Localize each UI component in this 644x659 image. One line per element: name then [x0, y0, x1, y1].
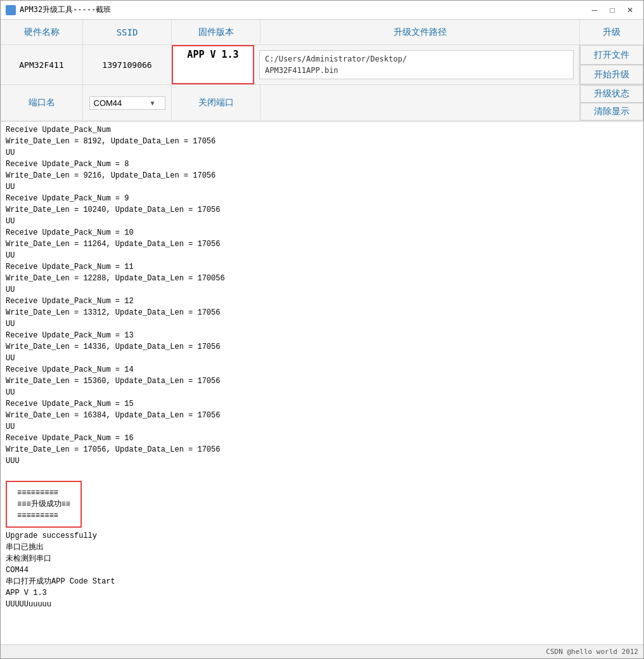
close-port-button[interactable]: 关闭端口 — [172, 85, 260, 121]
log-line: Receive Update_Pack_Num = 11 — [6, 261, 638, 273]
hardware-name-label: 硬件名称 — [24, 27, 60, 38]
filepath-value-cell: C:/Users/Administrator/Desktop/ APM32F41… — [254, 45, 579, 84]
port-select-wrapper[interactable]: COM44 ▼ — [89, 96, 165, 110]
restore-button[interactable]: □ — [604, 4, 621, 16]
window-title: APM32升级工具-----截班 — [20, 4, 586, 15]
log-line: Write_Date_Len = 10240, Update_Data_Len … — [6, 204, 638, 216]
log-line-after: 串口打开成功APP Code Start — [6, 576, 638, 587]
log-line: UU — [6, 181, 638, 193]
dropdown-arrow-icon: ▼ — [151, 100, 155, 107]
app-icon — [6, 5, 16, 15]
log-line: UUU — [6, 455, 638, 467]
toolbar-row-3: 端口名 COM44 ▼ 关闭端口 升级状态 清除显示 — [1, 85, 643, 121]
file-path-display: C:/Users/Administrator/Desktop/ APM32F41… — [259, 50, 574, 79]
log-line: Write_Date_Len = 14336, Update_Data_Len … — [6, 341, 638, 353]
port-label: 端口名 — [29, 97, 55, 108]
upgrade-success-line: ≡≡≡升级成功≡≡ — [17, 499, 70, 510]
port-select[interactable]: COM44 — [94, 98, 151, 108]
log-line: Receive Update_Pack_Num = 12 — [6, 296, 638, 307]
filepath-line2: APM32F411APP.bin — [265, 66, 338, 75]
status-clear-buttons-cell: 升级状态 清除显示 — [580, 85, 643, 121]
window-controls: ─ □ ✕ — [586, 4, 638, 16]
log-line-after: Upgrade successfully — [6, 530, 638, 542]
filepath-label: 升级文件路径 — [394, 27, 447, 38]
log-line: UU — [6, 147, 638, 159]
upgrade-col-label-cell: 升级 — [580, 20, 643, 44]
firmware-value: APP V 1.3 — [187, 49, 238, 60]
log-line: UU — [6, 353, 638, 364]
toolbar-row-2: APM32F411 1397109066 APP V 1.3 C:/Users/… — [1, 45, 643, 85]
firmware-label-cell: 固件版本 — [172, 20, 261, 44]
close-button[interactable]: ✕ — [622, 4, 638, 16]
log-line-after: 未检测到串口 — [6, 553, 638, 564]
log-line-after: 串口已挑出 — [6, 542, 638, 553]
start-upgrade-button[interactable]: 开始升级 — [580, 65, 643, 84]
empty-cell — [261, 85, 580, 121]
log-line: Receive Update_Pack_Num = 16 — [6, 433, 638, 444]
log-line-after: COM44 — [6, 564, 638, 576]
log-line: Write_Date_Len = 16384, Update_Data_Len … — [6, 410, 638, 421]
log-line: Write_Date_Len = 8192, Update_Data_Len =… — [6, 136, 638, 147]
log-line: Receive Update_Pack_Num = 13 — [6, 330, 638, 341]
hardware-value: APM32F411 — [19, 60, 63, 70]
status-bar: CSDN @hello world 2012 — [1, 644, 643, 658]
log-line: Receive Update_Pack_Num = 9 — [6, 193, 638, 204]
status-text: CSDN @hello world 2012 — [546, 648, 638, 656]
log-line: Receive Update_Pack_Num — [6, 124, 638, 136]
title-bar: APM32升级工具-----截班 ─ □ ✕ — [1, 1, 643, 20]
log-line-after: APP V 1.3 — [6, 587, 638, 599]
log-line: UU — [6, 216, 638, 227]
log-line: UU — [6, 387, 638, 398]
clear-display-button[interactable]: 清除显示 — [580, 103, 643, 121]
log-line: Write_Date_Len = 13312, Update_Data_Len … — [6, 307, 638, 318]
filepath-line1: C:/Users/Administrator/Desktop/ — [265, 55, 407, 63]
log-line: UU — [6, 318, 638, 330]
ssid-value-cell: 1397109066 — [83, 45, 172, 84]
toolbar-row-1: 硬件名称 SSID 固件版本 升级文件路径 升级 — [1, 20, 643, 45]
upgrade-status-button[interactable]: 升级状态 — [580, 85, 643, 103]
port-label-cell: 端口名 — [1, 85, 83, 121]
log-line: Write_Date_Len = 12288, Update_Data_Len … — [6, 273, 638, 284]
minimize-button[interactable]: ─ — [586, 4, 603, 16]
upgrade-success-line: ≡≡≡≡≡≡≡≡≡ — [17, 510, 70, 521]
firmware-value-cell: APP V 1.3 — [172, 45, 254, 84]
hardware-name-label-cell: 硬件名称 — [1, 20, 83, 44]
log-area[interactable]: Receive Update_Pack_NumWrite_Date_Len = … — [1, 121, 643, 644]
main-window: APM32升级工具-----截班 ─ □ ✕ 硬件名称 SSID 固件版本 升级… — [0, 0, 644, 659]
log-line: Receive Update_Pack_Num = 10 — [6, 227, 638, 238]
filepath-label-cell: 升级文件路径 — [261, 20, 580, 44]
upgrade-col-label: 升级 — [603, 27, 621, 38]
firmware-label: 固件版本 — [198, 27, 234, 38]
hardware-value-cell: APM32F411 — [1, 45, 83, 84]
log-line: Write_Date_Len = 17056, Update_Data_Len … — [6, 444, 638, 455]
log-line: Write_Date_Len = 9216, Update_Data_Len =… — [6, 170, 638, 181]
toolbar: 硬件名称 SSID 固件版本 升级文件路径 升级 APM32F411 13971… — [1, 20, 643, 121]
open-file-button[interactable]: 打开文件 — [580, 45, 643, 65]
ssid-label-cell: SSID — [83, 20, 172, 44]
log-line: UU — [6, 250, 638, 261]
ssid-value: 1397109066 — [102, 60, 151, 70]
log-line: UU — [6, 284, 638, 296]
log-line: Receive Update_Pack_Num = 15 — [6, 398, 638, 410]
upgrade-success-line: ≡≡≡≡≡≡≡≡≡ — [17, 487, 70, 499]
log-line-after: UUUUUuuuuu — [6, 599, 638, 610]
log-line: UU — [6, 421, 638, 433]
upgrade-buttons-cell: 打开文件 开始升级 — [579, 45, 643, 84]
ssid-label: SSID — [117, 27, 138, 37]
upgrade-success-box: ≡≡≡≡≡≡≡≡≡≡≡≡升级成功≡≡≡≡≡≡≡≡≡≡≡ — [6, 481, 82, 528]
log-line: Receive Update_Pack_Num = 14 — [6, 364, 638, 375]
log-line: Write_Date_Len = 15360, Update_Data_Len … — [6, 375, 638, 387]
log-line: Write_Date_Len = 11264, Update_Data_Len … — [6, 238, 638, 250]
port-select-cell[interactable]: COM44 ▼ — [83, 85, 172, 121]
close-port-cell: 关闭端口 — [172, 85, 261, 121]
log-line: Receive Update_Pack_Num = 8 — [6, 159, 638, 170]
